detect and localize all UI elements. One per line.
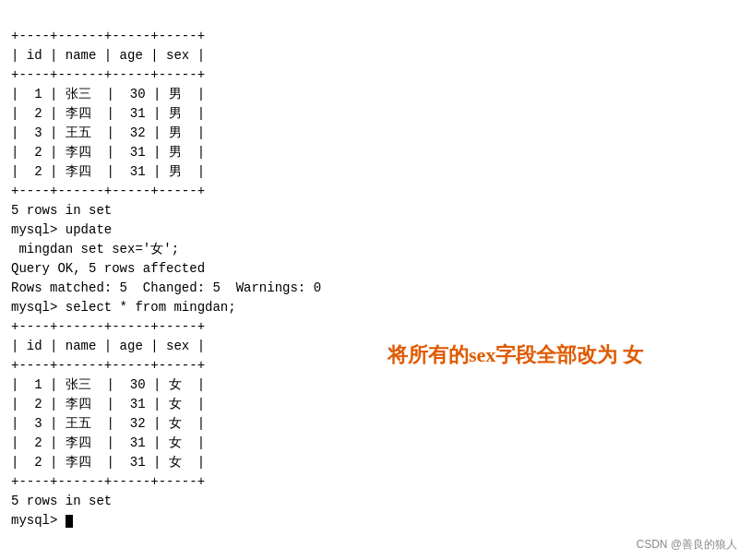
terminal-line: +----+------+-----+-----+ bbox=[11, 182, 741, 201]
terminal-line: +----+------+-----+-----+ bbox=[11, 472, 741, 492]
terminal-line: 5 rows in set bbox=[11, 492, 741, 511]
terminal-line: +----+------+-----+-----+ bbox=[11, 317, 741, 337]
terminal-line: Query OK, 5 rows affected bbox=[11, 259, 741, 279]
terminal-line: mysql> select * from mingdan; bbox=[11, 298, 741, 317]
footer-text: CSDN @善良的狼人 bbox=[636, 537, 737, 553]
annotation-text: 将所有的sex字段全部改为 女 bbox=[388, 341, 643, 370]
terminal-line: +----+------+-----+-----+ bbox=[11, 66, 741, 85]
terminal-cursor bbox=[66, 515, 73, 528]
terminal-line: 5 rows in set bbox=[11, 201, 741, 220]
terminal-line: Rows matched: 5 Changed: 5 Warnings: 0 bbox=[11, 279, 741, 298]
terminal-line: | 3 | 王五 | 32 | 女 | bbox=[11, 414, 741, 434]
terminal-line: | 2 | 李四 | 31 | 女 | bbox=[11, 453, 741, 472]
terminal-line: | 2 | 李四 | 31 | 女 | bbox=[11, 434, 741, 453]
terminal-line: | 1 | 张三 | 30 | 男 | bbox=[11, 85, 741, 104]
terminal-line: | 1 | 张三 | 30 | 女 | bbox=[11, 375, 741, 395]
terminal-line: | 2 | 李四 | 31 | 女 | bbox=[11, 395, 741, 414]
terminal-line: +----+------+-----+-----+ bbox=[11, 27, 741, 46]
terminal-line: | id | name | age | sex | bbox=[11, 46, 741, 66]
terminal-line: mingdan set sex='女'; bbox=[11, 240, 741, 259]
terminal-output: +----+------+-----+-----+| id | name | a… bbox=[0, 0, 752, 538]
terminal-line: mysql> update bbox=[11, 220, 741, 240]
terminal-line: | 2 | 李四 | 31 | 男 | bbox=[11, 104, 741, 124]
terminal-line: mysql> bbox=[11, 511, 741, 530]
terminal-line: | 2 | 李四 | 31 | 男 | bbox=[11, 162, 741, 182]
terminal-line: | 3 | 王五 | 32 | 男 | bbox=[11, 124, 741, 143]
terminal-line: | 2 | 李四 | 31 | 男 | bbox=[11, 143, 741, 162]
